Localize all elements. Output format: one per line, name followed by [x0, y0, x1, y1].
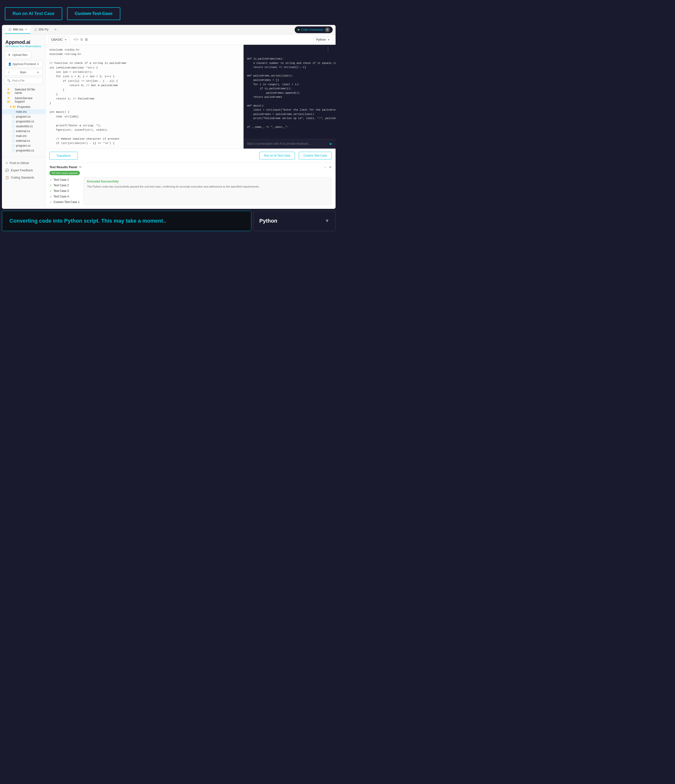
test-check-2: ✓: [49, 184, 52, 187]
tab-file-icon-84h: ⬜: [8, 28, 12, 31]
copy-icon[interactable]: ⧉: [80, 37, 83, 42]
main-inc-2-label: main.inc: [16, 134, 27, 138]
tab-84h[interactable]: ⬜ 84h.Inc ✕: [5, 26, 31, 34]
push-to-github-label: Push to Github: [10, 162, 29, 165]
test-case-item-4[interactable]: ✓ Test Case 4: [49, 194, 80, 199]
main-content: Appmod.ai (AI Powered Tech Modernization…: [2, 34, 335, 209]
program-cs-label: program.cs: [16, 115, 31, 118]
test-check-1: ✓: [49, 178, 52, 182]
test-results-title: Test Results Panel: [49, 165, 77, 169]
output-more-icon[interactable]: ⋮: [323, 46, 334, 53]
language-select[interactable]: CBASIC ▼: [48, 37, 70, 43]
file-icon-main-inc-2: 📄: [12, 135, 15, 138]
python-dropdown-chevron: ▼: [325, 218, 329, 224]
action-bar: Transform Run on AI Test Case Custom Tes…: [45, 149, 335, 163]
test-cases-list: ✓ Test Case 1 ✓ Test Case 2 ✓ Test Case …: [49, 177, 80, 205]
file-tree-external-cs-2[interactable]: 📄 external.cs: [2, 138, 45, 143]
chat-input-field[interactable]: [247, 142, 327, 145]
org-select-label: Appmod-Frontend: [12, 62, 36, 66]
coding-standards-button[interactable]: 📋 Coding Standards: [2, 174, 45, 181]
org-icon: 👤: [8, 62, 12, 66]
expert-feedback-label: Expert Feedback: [11, 169, 33, 172]
minimize-icon[interactable]: −: [324, 165, 326, 169]
refresh-icon[interactable]: ↻: [79, 165, 82, 169]
expert-feedback-button[interactable]: 💬 Expert Feedback: [2, 167, 45, 174]
branch-select-label: Main: [20, 71, 27, 74]
file-icon-program-cs-2: 📄: [12, 144, 15, 147]
test-case-label-4: Test Case 4: [53, 195, 69, 198]
file-tree-programlist-cs-2[interactable]: 📄 programlist.cs: [2, 148, 45, 153]
transform-button[interactable]: Transform: [49, 152, 78, 160]
tab-file-icon-85h: ⬜: [34, 28, 37, 31]
python-dropdown[interactable]: Python ▼: [253, 211, 335, 231]
sidebar-bottom: ↗ Push to Github 💬 Expert Feedback 📋 Cod…: [2, 157, 45, 181]
converting-box: Converting code into Python script. This…: [2, 211, 251, 231]
custom-test-button[interactable]: Custom Test Case: [299, 152, 332, 159]
program-cs-2-label: program.cs: [16, 144, 31, 147]
tab-close-84h[interactable]: ✕: [25, 28, 27, 31]
test-case-label-custom: Custom Test Case 1: [53, 201, 80, 204]
code-view-icon[interactable]: </>: [73, 37, 78, 42]
test-case-item-1[interactable]: ✓ Test Case 1: [49, 177, 80, 183]
file-search-box[interactable]: 🔍: [5, 77, 43, 84]
tab-85h[interactable]: ⬜ 85h.Py: [31, 26, 52, 34]
test-check-3: ✓: [49, 189, 52, 193]
file-tree-programlist-cs[interactable]: 📄 programlist.cs: [2, 119, 45, 124]
branch-select[interactable]: ⑂ Main ▼: [5, 69, 43, 76]
file-tree-properties[interactable]: ▼📁 Properties: [2, 104, 45, 109]
folder-icon-selected-gif: ▼📁: [7, 88, 14, 95]
toolbar-icons: </> ⧉ 🗑: [73, 37, 88, 42]
push-to-github-button[interactable]: ↗ Push to Github: [2, 159, 45, 167]
external-cs-1-label: external.cs: [16, 129, 30, 133]
file-tree-program-cs-2[interactable]: 📄 program.cs: [2, 143, 45, 148]
test-results-body: ✓ Test Case 1 ✓ Test Case 2 ✓ Test Case …: [45, 177, 335, 209]
upload-files-button[interactable]: ⬆ Upload files: [5, 51, 31, 59]
custom-test-top-button[interactable]: Custom Test Case: [67, 7, 120, 20]
test-result-detail: Executed Successfully The Python code ha…: [84, 177, 332, 205]
test-results-header: Test Results Panel ↻ − ✕: [45, 163, 335, 171]
test-case-item-2[interactable]: ✓ Test Case 2: [49, 183, 80, 188]
editor-toolbar: CBASIC ▼ </> ⧉ 🗑 Python ▼: [45, 34, 335, 45]
language-label: CBASIC: [51, 38, 63, 41]
github-icon: ↗: [5, 162, 8, 165]
language-select-chevron: ▼: [64, 38, 67, 41]
file-icon-external-cs-1: 📄: [12, 130, 15, 133]
output-language-label: Python: [316, 38, 326, 41]
org-select[interactable]: 👤 Appmod-Frontend ▼: [5, 61, 43, 67]
file-icon-external-cs-2: 📄: [12, 139, 15, 143]
file-tree: ▼📁 Selected Gif file name ▼📁 AdminServiv…: [2, 86, 45, 154]
file-tree-program-cs[interactable]: 📄 program.cs: [2, 114, 45, 119]
file-tree-external-cs-1[interactable]: 📄 external.cs: [2, 129, 45, 134]
test-case-label-2: Test Case 2: [53, 184, 69, 187]
tab-add-button[interactable]: +: [52, 26, 59, 33]
test-case-item-custom[interactable]: ✓ Custom Test Case 1: [49, 199, 80, 205]
standards-icon: 📋: [5, 176, 9, 179]
output-code-display: def is_palindrome(num): # Convert number…: [243, 54, 335, 139]
code-conversion-badge[interactable]: Code Conversion A: [295, 26, 333, 33]
search-icon: 🔍: [7, 79, 11, 82]
file-tree-studentlist-cs[interactable]: 📄 studentlist.cs: [2, 124, 45, 129]
file-tree-admin-servive[interactable]: ▼📁 AdminServive Support: [2, 96, 45, 104]
properties-label: Properties: [17, 105, 31, 109]
passed-badge: 5/5 test cases passed: [49, 171, 80, 175]
file-tree-selected-gif[interactable]: ▼📁 Selected Gif file name: [2, 87, 45, 96]
file-tree-main-inc[interactable]: 📄 main.inc: [2, 109, 45, 114]
file-tree-main-inc-2[interactable]: 📄 main.inc: [2, 134, 45, 138]
coding-standards-label: Coding Standards: [11, 176, 34, 179]
file-icon-studentlist-cs: 📄: [12, 125, 15, 128]
run-ai-test-top-button[interactable]: Run on AI Test Case: [5, 7, 62, 20]
file-icon-main-inc: 📄: [12, 110, 15, 114]
folder-icon-properties: ▼📁: [9, 105, 16, 109]
code-editor[interactable]: #include <stdio.h> #include <string.h> /…: [45, 45, 243, 149]
org-select-chevron: ▼: [37, 63, 39, 65]
chat-send-button[interactable]: ➤: [329, 142, 332, 146]
branch-select-chevron: ▼: [37, 71, 39, 74]
programlist-cs-label: programlist.cs: [16, 120, 34, 123]
file-search-input[interactable]: [12, 79, 36, 82]
test-case-item-3[interactable]: ✓ Test Case 3: [49, 188, 80, 194]
converting-text: Converting code into Python script. This…: [9, 218, 166, 224]
close-icon[interactable]: ✕: [329, 165, 332, 169]
output-language-select[interactable]: Python ▼: [313, 37, 333, 43]
run-ai-test-button[interactable]: Run on AI Test Case: [259, 152, 295, 159]
delete-icon[interactable]: 🗑: [85, 37, 88, 42]
